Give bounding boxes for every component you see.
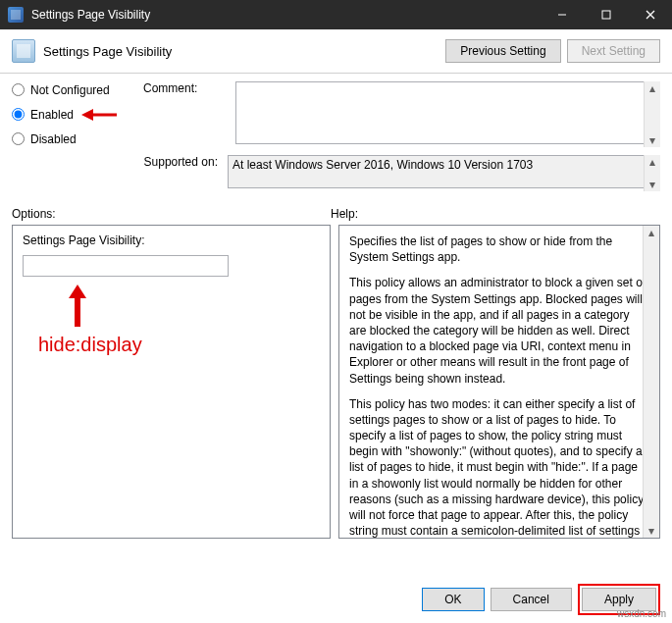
title-bar: Settings Page Visibility <box>0 0 672 29</box>
disabled-radio[interactable] <box>12 132 25 145</box>
not-configured-radio[interactable] <box>12 83 25 96</box>
svg-rect-1 <box>602 11 610 19</box>
enabled-label[interactable]: Enabled <box>30 108 74 122</box>
scrollbar[interactable]: ▴▾ <box>644 155 660 191</box>
ok-button[interactable]: OK <box>422 588 484 611</box>
window-title: Settings Page Visibility <box>31 8 540 22</box>
watermark: wsxdn.com <box>617 608 666 619</box>
help-paragraph: Specifies the list of pages to show or h… <box>349 234 649 265</box>
svg-marker-5 <box>81 109 93 121</box>
policy-name: Settings Page Visibility <box>43 44 439 59</box>
comment-label: Comment: <box>143 81 232 98</box>
close-button[interactable] <box>628 0 672 29</box>
next-setting-button[interactable]: Next Setting <box>567 39 660 63</box>
supported-on-value: At least Windows Server 2016, Windows 10… <box>228 155 660 188</box>
maximize-button[interactable] <box>584 0 628 29</box>
not-configured-label[interactable]: Not Configured <box>30 83 110 97</box>
visibility-field-label: Settings Page Visibility: <box>23 234 320 247</box>
previous-setting-button[interactable]: Previous Setting <box>445 39 560 63</box>
visibility-input[interactable] <box>23 255 229 277</box>
enabled-radio[interactable] <box>12 108 25 121</box>
help-heading: Help: <box>331 207 660 221</box>
minimize-button[interactable] <box>540 0 584 29</box>
header: Settings Page Visibility Previous Settin… <box>0 29 672 67</box>
svg-marker-6 <box>69 285 86 298</box>
divider <box>0 73 672 74</box>
help-panel: Specifies the list of pages to show or h… <box>338 225 660 539</box>
help-paragraph: This policy allows an administrator to b… <box>349 275 649 386</box>
scrollbar[interactable]: ▴▾ <box>644 81 660 147</box>
policy-icon <box>12 39 35 63</box>
scrollbar[interactable]: ▴▾ <box>643 226 659 538</box>
svg-rect-7 <box>75 297 80 327</box>
cancel-button[interactable]: Cancel <box>491 588 572 611</box>
comment-textarea[interactable] <box>235 81 660 144</box>
app-icon <box>8 7 24 23</box>
disabled-label[interactable]: Disabled <box>30 132 77 146</box>
options-heading: Options: <box>12 207 331 221</box>
supported-on-label: Supported on: <box>12 155 228 169</box>
annotation-arrow-up-icon <box>66 283 89 328</box>
help-paragraph: This policy has two modes: it can either… <box>349 396 649 539</box>
options-panel: Settings Page Visibility: hide:display <box>12 225 331 539</box>
annotation-text: hide:display <box>38 334 320 356</box>
annotation-arrow-icon <box>79 106 119 124</box>
